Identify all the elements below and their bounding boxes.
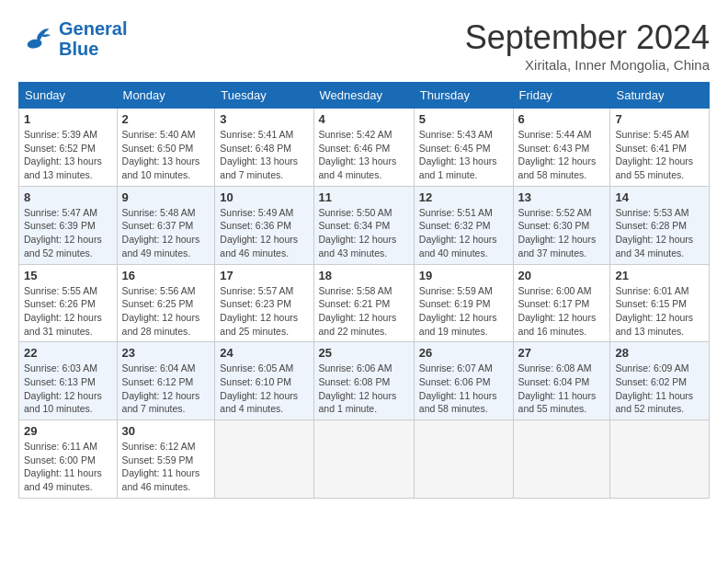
day-number: 3 [220, 112, 308, 126]
weekday-header-row: SundayMondayTuesdayWednesdayThursdayFrid… [19, 83, 710, 109]
day-info: Sunrise: 5:50 AM Sunset: 6:34 PM Dayligh… [319, 206, 409, 260]
day-cell: 21Sunrise: 6:01 AM Sunset: 6:15 PM Dayli… [610, 264, 710, 342]
day-cell: 4Sunrise: 5:42 AM Sunset: 6:46 PM Daylig… [313, 109, 414, 187]
title-block: September 2024 Xiritala, Inner Mongolia,… [465, 18, 710, 73]
day-cell: 15Sunrise: 5:55 AM Sunset: 6:26 PM Dayli… [19, 264, 118, 342]
day-cell [215, 420, 313, 499]
day-info: Sunrise: 5:49 AM Sunset: 6:36 PM Dayligh… [220, 206, 308, 260]
day-cell: 5Sunrise: 5:43 AM Sunset: 6:45 PM Daylig… [414, 109, 513, 187]
day-cell [513, 420, 610, 499]
day-info: Sunrise: 5:43 AM Sunset: 6:45 PM Dayligh… [419, 128, 508, 182]
day-number: 28 [615, 346, 704, 360]
day-cell: 28Sunrise: 6:09 AM Sunset: 6:02 PM Dayli… [610, 342, 710, 420]
day-number: 15 [24, 269, 112, 282]
day-number: 1 [24, 112, 112, 126]
day-info: Sunrise: 5:41 AM Sunset: 6:48 PM Dayligh… [220, 128, 308, 182]
day-info: Sunrise: 5:40 AM Sunset: 6:50 PM Dayligh… [122, 128, 210, 182]
day-cell: 17Sunrise: 5:57 AM Sunset: 6:23 PM Dayli… [215, 264, 313, 342]
day-info: Sunrise: 5:55 AM Sunset: 6:26 PM Dayligh… [24, 284, 112, 339]
day-info: Sunrise: 6:00 AM Sunset: 6:17 PM Dayligh… [518, 284, 606, 339]
day-number: 4 [319, 112, 409, 126]
day-number: 9 [122, 190, 210, 204]
week-row-3: 15Sunrise: 5:55 AM Sunset: 6:26 PM Dayli… [19, 264, 710, 342]
day-info: Sunrise: 6:11 AM Sunset: 6:00 PM Dayligh… [24, 440, 112, 494]
day-info: Sunrise: 5:58 AM Sunset: 6:21 PM Dayligh… [319, 284, 409, 339]
day-cell: 20Sunrise: 6:00 AM Sunset: 6:17 PM Dayli… [513, 264, 610, 342]
calendar-table: SundayMondayTuesdayWednesdayThursdayFrid… [18, 82, 710, 499]
day-cell: 23Sunrise: 6:04 AM Sunset: 6:12 PM Dayli… [117, 342, 215, 420]
weekday-header-friday: Friday [513, 83, 610, 109]
day-number: 21 [615, 269, 704, 282]
day-number: 18 [319, 269, 409, 282]
day-number: 16 [122, 269, 210, 282]
day-cell: 1Sunrise: 5:39 AM Sunset: 6:52 PM Daylig… [19, 109, 118, 187]
day-number: 26 [419, 346, 508, 360]
day-cell: 30Sunrise: 6:12 AM Sunset: 5:59 PM Dayli… [117, 420, 215, 499]
day-number: 22 [24, 346, 112, 360]
page-header: General Blue September 2024 Xiritala, In… [18, 18, 710, 73]
day-number: 13 [518, 190, 606, 204]
logo-icon [18, 20, 55, 57]
day-number: 8 [24, 190, 112, 204]
day-info: Sunrise: 6:07 AM Sunset: 6:06 PM Dayligh… [419, 362, 508, 416]
day-number: 10 [220, 190, 308, 204]
day-cell: 6Sunrise: 5:44 AM Sunset: 6:43 PM Daylig… [513, 109, 610, 187]
day-number: 30 [122, 424, 210, 438]
day-number: 24 [220, 346, 308, 360]
day-info: Sunrise: 5:47 AM Sunset: 6:39 PM Dayligh… [24, 206, 112, 260]
day-cell: 25Sunrise: 6:06 AM Sunset: 6:08 PM Dayli… [313, 342, 414, 420]
month-title: September 2024 [465, 18, 710, 57]
week-row-5: 29Sunrise: 6:11 AM Sunset: 6:00 PM Dayli… [19, 420, 710, 499]
day-info: Sunrise: 6:12 AM Sunset: 5:59 PM Dayligh… [122, 440, 210, 494]
day-info: Sunrise: 5:59 AM Sunset: 6:19 PM Dayligh… [419, 284, 508, 339]
day-info: Sunrise: 6:09 AM Sunset: 6:02 PM Dayligh… [615, 362, 704, 416]
day-number: 2 [122, 112, 210, 126]
day-info: Sunrise: 5:52 AM Sunset: 6:30 PM Dayligh… [518, 206, 606, 260]
logo: General Blue [18, 18, 127, 59]
day-cell [610, 420, 710, 499]
day-cell: 7Sunrise: 5:45 AM Sunset: 6:41 PM Daylig… [610, 109, 710, 187]
day-number: 11 [319, 190, 409, 204]
day-info: Sunrise: 5:44 AM Sunset: 6:43 PM Dayligh… [518, 128, 606, 182]
day-info: Sunrise: 6:08 AM Sunset: 6:04 PM Dayligh… [518, 362, 606, 416]
day-cell: 3Sunrise: 5:41 AM Sunset: 6:48 PM Daylig… [215, 109, 313, 187]
day-cell: 16Sunrise: 5:56 AM Sunset: 6:25 PM Dayli… [117, 264, 215, 342]
weekday-header-wednesday: Wednesday [313, 83, 414, 109]
day-number: 12 [419, 190, 508, 204]
day-number: 29 [24, 424, 112, 438]
day-info: Sunrise: 6:05 AM Sunset: 6:10 PM Dayligh… [220, 362, 308, 416]
weekday-header-thursday: Thursday [414, 83, 513, 109]
day-cell: 2Sunrise: 5:40 AM Sunset: 6:50 PM Daylig… [117, 109, 215, 187]
week-row-4: 22Sunrise: 6:03 AM Sunset: 6:13 PM Dayli… [19, 342, 710, 420]
day-info: Sunrise: 5:42 AM Sunset: 6:46 PM Dayligh… [319, 128, 409, 182]
day-info: Sunrise: 6:03 AM Sunset: 6:13 PM Dayligh… [24, 362, 112, 416]
day-number: 27 [518, 346, 606, 360]
day-number: 19 [419, 269, 508, 282]
day-cell: 12Sunrise: 5:51 AM Sunset: 6:32 PM Dayli… [414, 186, 513, 264]
day-cell: 8Sunrise: 5:47 AM Sunset: 6:39 PM Daylig… [19, 186, 118, 264]
weekday-header-tuesday: Tuesday [215, 83, 313, 109]
day-cell: 24Sunrise: 6:05 AM Sunset: 6:10 PM Dayli… [215, 342, 313, 420]
day-cell: 22Sunrise: 6:03 AM Sunset: 6:13 PM Dayli… [19, 342, 118, 420]
day-cell: 18Sunrise: 5:58 AM Sunset: 6:21 PM Dayli… [313, 264, 414, 342]
day-cell: 11Sunrise: 5:50 AM Sunset: 6:34 PM Dayli… [313, 186, 414, 264]
day-cell: 29Sunrise: 6:11 AM Sunset: 6:00 PM Dayli… [19, 420, 118, 499]
day-info: Sunrise: 5:51 AM Sunset: 6:32 PM Dayligh… [419, 206, 508, 260]
day-cell [414, 420, 513, 499]
day-number: 23 [122, 346, 210, 360]
day-cell [313, 420, 414, 499]
logo-blue: Blue [59, 39, 98, 59]
logo-text-block: General Blue [59, 18, 127, 59]
location-subtitle: Xiritala, Inner Mongolia, China [465, 57, 710, 73]
day-info: Sunrise: 5:48 AM Sunset: 6:37 PM Dayligh… [122, 206, 210, 260]
day-number: 20 [518, 269, 606, 282]
day-cell: 27Sunrise: 6:08 AM Sunset: 6:04 PM Dayli… [513, 342, 610, 420]
day-cell: 10Sunrise: 5:49 AM Sunset: 6:36 PM Dayli… [215, 186, 313, 264]
day-info: Sunrise: 6:06 AM Sunset: 6:08 PM Dayligh… [319, 362, 409, 416]
day-info: Sunrise: 5:53 AM Sunset: 6:28 PM Dayligh… [615, 206, 704, 260]
day-info: Sunrise: 5:57 AM Sunset: 6:23 PM Dayligh… [220, 284, 308, 339]
day-info: Sunrise: 5:56 AM Sunset: 6:25 PM Dayligh… [122, 284, 210, 339]
day-cell: 9Sunrise: 5:48 AM Sunset: 6:37 PM Daylig… [117, 186, 215, 264]
day-number: 5 [419, 112, 508, 126]
day-info: Sunrise: 5:39 AM Sunset: 6:52 PM Dayligh… [24, 128, 112, 182]
